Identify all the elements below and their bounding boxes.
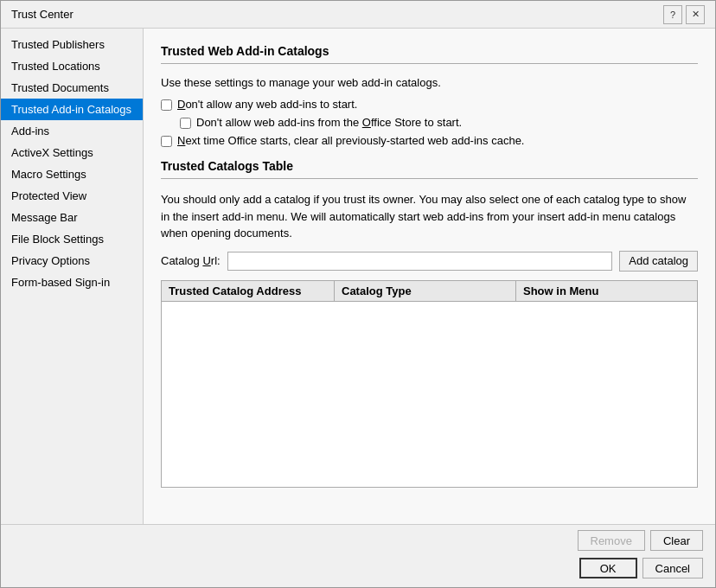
main-section-title: Trusted Web Add-in Catalogs — [161, 44, 698, 58]
col-header-catalog-type: Catalog Type — [335, 281, 516, 301]
no-office-store-label: Don't allow web add-ins from the Office … — [196, 116, 462, 129]
table-body — [162, 302, 697, 483]
sidebar-item-trusted-documents[interactable]: Trusted Documents — [1, 77, 143, 99]
section-divider — [161, 63, 698, 64]
trust-center-dialog: Trust Center ? ✕ Trusted Publishers Trus… — [0, 0, 716, 588]
add-catalog-button[interactable]: Add catalog — [619, 251, 698, 272]
sidebar-item-macro-settings[interactable]: Macro Settings — [1, 163, 143, 185]
sidebar: Trusted Publishers Trusted Locations Tru… — [1, 29, 144, 524]
remove-button[interactable]: Remove — [578, 530, 645, 551]
cancel-button[interactable]: Cancel — [642, 558, 703, 578]
sidebar-item-file-block-settings[interactable]: File Block Settings — [1, 228, 143, 250]
sidebar-item-add-ins[interactable]: Add-ins — [1, 120, 143, 142]
sidebar-item-trusted-locations[interactable]: Trusted Locations — [1, 55, 143, 77]
clear-cache-checkbox[interactable] — [161, 136, 172, 147]
table-header: Trusted Catalog Address Catalog Type Sho… — [162, 281, 697, 302]
catalog-url-input[interactable] — [227, 252, 613, 271]
clear-cache-label: Next time Office starts, clear all previ… — [177, 134, 524, 147]
sidebar-item-activex-settings[interactable]: ActiveX Settings — [1, 142, 143, 163]
table-section-divider — [161, 178, 698, 179]
sidebar-item-form-based-signin[interactable]: Form-based Sign-in — [1, 272, 143, 293]
sidebar-item-trusted-publishers[interactable]: Trusted Publishers — [1, 34, 143, 55]
catalog-url-label: Catalog Url: — [161, 254, 221, 267]
dialog-title: Trust Center — [11, 8, 74, 21]
table-desc: You should only add a catalog if you tru… — [161, 191, 698, 242]
catalog-table-container: Trusted Catalog Address Catalog Type Sho… — [161, 280, 698, 488]
no-web-addins-checkbox[interactable] — [161, 99, 172, 111]
content-area: Trusted Web Add-in Catalogs Use these se… — [144, 29, 715, 524]
sidebar-item-message-bar[interactable]: Message Bar — [1, 207, 143, 228]
main-desc: Use these settings to manage your web ad… — [161, 76, 698, 89]
no-web-addins-label: Don't allow any web add-ins to start. — [177, 98, 357, 111]
close-button[interactable]: ✕ — [686, 5, 705, 24]
checkbox2-row: Don't allow web add-ins from the Office … — [180, 116, 698, 129]
catalog-url-row: Catalog Url: Add catalog — [161, 251, 698, 272]
title-bar-controls: ? ✕ — [663, 5, 705, 24]
sidebar-item-privacy-options[interactable]: Privacy Options — [1, 250, 143, 272]
sidebar-item-trusted-addin-catalogs[interactable]: Trusted Add-in Catalogs — [1, 99, 143, 120]
ok-cancel-row: OK Cancel — [1, 551, 715, 587]
title-bar: Trust Center ? ✕ — [1, 1, 715, 29]
no-office-store-checkbox[interactable] — [180, 118, 191, 129]
col-header-show-in-menu: Show in Menu — [516, 281, 697, 301]
ok-button[interactable]: OK — [579, 558, 637, 578]
remove-clear-row: Remove Clear — [1, 525, 715, 551]
table-section-title: Trusted Catalogs Table — [161, 159, 698, 173]
help-button[interactable]: ? — [663, 5, 682, 24]
dialog-body: Trusted Publishers Trusted Locations Tru… — [1, 29, 715, 524]
col-header-trusted-catalog-address: Trusted Catalog Address — [162, 281, 335, 301]
sidebar-item-protected-view[interactable]: Protected View — [1, 185, 143, 207]
bottom-bar: Remove Clear OK Cancel — [1, 524, 715, 587]
checkbox3-row: Next time Office starts, clear all previ… — [161, 134, 698, 147]
clear-button[interactable]: Clear — [650, 530, 703, 551]
checkbox1-row: Don't allow any web add-ins to start. — [161, 98, 698, 111]
